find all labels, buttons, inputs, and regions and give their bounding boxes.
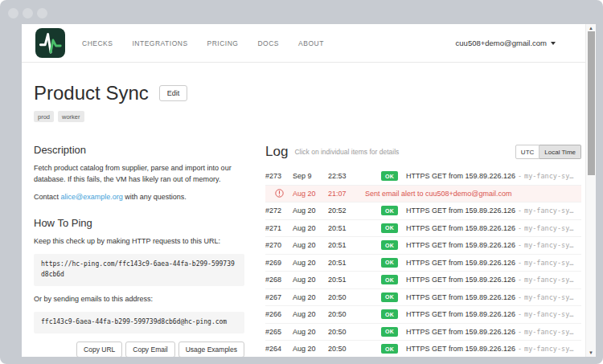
ping-date: Aug 20	[293, 310, 328, 318]
ok-badge: OK	[381, 309, 398, 319]
nav-link[interactable]: DOCS	[257, 39, 279, 47]
ping-time: 21:07	[328, 190, 357, 198]
account-email: cuu508+demo@gmail.com	[456, 39, 547, 47]
ping-slug: my-fancy-sy…	[524, 207, 573, 215]
log-row-alert[interactable]: Aug 20 21:07 Sent email alert to cuu508+…	[265, 186, 581, 203]
log-row[interactable]: #265 Aug 20 20:50 OK HTTPS GET from 159.…	[265, 324, 581, 342]
timezone-toggle: UTCLocal Time	[515, 145, 581, 159]
ping-action-button[interactable]: Copy URL	[76, 342, 122, 357]
log-row[interactable]: #266 Aug 20 20:50 OK HTTPS GET from 159.…	[265, 306, 581, 324]
ping-slug: my-fancy-sy…	[524, 172, 573, 180]
scroll-down-icon[interactable]: ▼	[586, 350, 596, 355]
ping-message: HTTPS GET from 159.89.226.126	[406, 224, 515, 232]
nav-link[interactable]: INTEGRATIONS	[132, 39, 187, 47]
separator-dash: -	[519, 310, 521, 318]
ping-number: #268	[265, 276, 293, 284]
nav-link[interactable]: ABOUT	[298, 39, 324, 47]
ping-email-intro: Or by sending emails to this address:	[34, 294, 244, 305]
ping-date: Aug 20	[293, 328, 328, 336]
ping-number: #273	[265, 172, 293, 180]
ok-badge: OK	[381, 240, 398, 250]
ping-slug: my-fancy-sy…	[524, 310, 573, 318]
ok-badge: OK	[381, 292, 398, 302]
scrollbar-thumb[interactable]	[588, 31, 595, 175]
alert-icon-cell	[265, 189, 293, 198]
tag-badge: prod	[34, 111, 54, 122]
log-row[interactable]: #267 Aug 20 20:50 OK HTTPS GET from 159.…	[265, 289, 581, 307]
ping-number: #266	[265, 310, 293, 318]
ping-time: 20:51	[328, 259, 357, 267]
log-row[interactable]: #269 Aug 20 20:51 OK HTTPS GET from 159.…	[265, 255, 581, 272]
nav-link[interactable]: CHECKS	[82, 39, 113, 47]
ping-slug: my-fancy-sy…	[524, 224, 573, 232]
log-row[interactable]: #273 Sep 9 22:53 OK HTTPS GET from 159.8…	[265, 168, 581, 186]
contact-prefix: Contact	[34, 193, 61, 201]
log-row[interactable]: #270 Aug 20 20:51 OK HTTPS GET from 159.…	[265, 237, 581, 255]
edit-button[interactable]: Edit	[159, 85, 188, 101]
separator-dash: -	[519, 345, 521, 353]
browser-window: CHECKSINTEGRATIONSPRICINGDOCSABOUT cuu50…	[22, 24, 596, 357]
ping-number: #270	[265, 241, 293, 249]
log-title: Log	[265, 144, 288, 160]
ping-time: 20:51	[328, 276, 357, 284]
alert-circle-icon	[275, 189, 284, 198]
ping-message: HTTPS GET from 159.89.226.126	[406, 207, 515, 215]
log-table: #273 Sep 9 22:53 OK HTTPS GET from 159.8…	[265, 168, 581, 357]
log-row[interactable]: #264 Aug 20 20:50 OK HTTPS GET from 159.…	[265, 341, 581, 357]
ok-badge: OK	[381, 171, 398, 181]
separator-dash: -	[519, 276, 521, 284]
ping-slug: my-fancy-sy…	[524, 345, 573, 353]
ping-message: HTTPS GET from 159.89.226.126	[406, 259, 515, 267]
ping-message: HTTPS GET from 159.89.226.126	[406, 172, 515, 180]
log-row[interactable]: #272 Aug 20 20:52 OK HTTPS GET from 159.…	[265, 202, 581, 220]
log-row[interactable]: #268 Aug 20 20:51 OK HTTPS GET from 159.…	[265, 272, 581, 289]
ok-badge: OK	[381, 258, 398, 268]
ping-time: 20:51	[328, 241, 357, 249]
log-header: Log Click on individual items for detail…	[265, 144, 581, 160]
ping-slug: my-fancy-sy…	[524, 293, 573, 301]
nav-link[interactable]: PRICING	[207, 39, 239, 47]
ping-number: #272	[265, 207, 293, 215]
ping-action-button[interactable]: Copy Email	[125, 342, 174, 357]
description-body: Fetch product catalog from supplier, par…	[34, 163, 244, 185]
ping-action-button[interactable]: Usage Examples	[178, 342, 244, 357]
chevron-down-icon	[551, 42, 556, 45]
alert-message: Sent email alert to cuu508+demo@gmail.co…	[365, 190, 511, 198]
log-row[interactable]: #271 Aug 20 20:51 OK HTTPS GET from 159.…	[265, 220, 581, 238]
ok-badge: OK	[381, 344, 398, 354]
ping-action-buttons: Copy URLCopy EmailUsage Examples	[34, 342, 244, 357]
separator-dash: -	[519, 207, 521, 215]
ping-message: HTTPS GET from 159.89.226.126	[406, 276, 515, 284]
ping-number: #265	[265, 328, 293, 336]
contact-suffix: with any questions.	[123, 193, 187, 201]
account-menu[interactable]: cuu508+demo@gmail.com	[456, 39, 556, 47]
separator-dash: -	[519, 172, 521, 180]
ping-number: #264	[265, 345, 293, 353]
contact-line: Contact alice@example.org with any quest…	[34, 192, 244, 203]
contact-email-link[interactable]: alice@example.org	[61, 193, 123, 201]
ping-message: HTTPS GET from 159.89.226.126	[406, 241, 515, 249]
nav-links: CHECKSINTEGRATIONSPRICINGDOCSABOUT	[82, 39, 324, 47]
ping-slug: my-fancy-sy…	[524, 241, 573, 249]
healthchecks-logo-icon[interactable]	[35, 28, 65, 58]
page-content: Product Sync Edit prodworker Description…	[22, 82, 596, 357]
browser-frame: CHECKSINTEGRATIONSPRICINGDOCSABOUT cuu50…	[0, 0, 603, 364]
ping-url-intro: Keep this check up by making HTTP reques…	[34, 236, 244, 247]
timezone-button[interactable]: Local Time	[539, 145, 581, 159]
scrollbar[interactable]: ▲ ▼	[585, 24, 596, 357]
ping-date: Aug 20	[293, 207, 328, 215]
ping-time: 20:50	[328, 328, 357, 336]
ping-url-code: https://hc-ping.com/ffc143c9-6aea-44fa-b…	[34, 254, 244, 286]
ok-badge: OK	[381, 223, 398, 233]
navbar: CHECKSINTEGRATIONSPRICINGDOCSABOUT cuu50…	[22, 24, 596, 63]
ok-badge: OK	[381, 275, 398, 284]
ping-message: HTTPS GET from 159.89.226.126	[406, 328, 515, 336]
ping-date: Aug 20	[293, 293, 328, 301]
ping-message: HTTPS GET from 159.89.226.126	[406, 310, 515, 318]
scroll-up-icon[interactable]: ▲	[586, 26, 596, 31]
ping-email-code: ffc143c9-6aea-44fa-b299-599739d8cb6d@hc-…	[34, 312, 244, 333]
how-to-ping-heading: How To Ping	[34, 217, 244, 229]
log-subtitle: Click on individual items for details	[294, 148, 399, 156]
ping-message: HTTPS GET from 159.89.226.126	[406, 293, 515, 301]
timezone-button[interactable]: UTC	[515, 145, 539, 159]
